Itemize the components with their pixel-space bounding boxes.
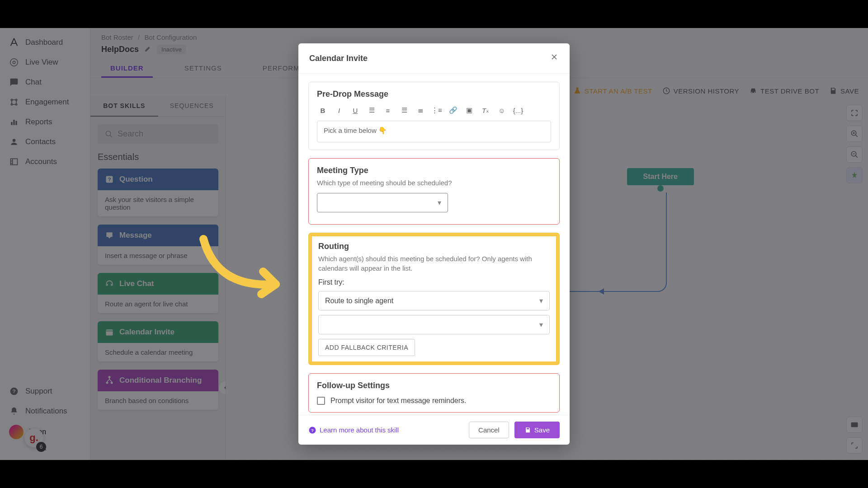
learn-more-link[interactable]: ? Learn more about this skill [308,426,399,434]
modal-calendar-invite: Calendar Invite Pre-Drop Message B I U ☰… [298,43,570,445]
card-followup: Follow-up Settings Prompt visitor for te… [308,373,560,413]
image-icon[interactable]: ▣ [463,104,475,116]
modal-close-button[interactable] [550,52,559,64]
cancel-button[interactable]: Cancel [469,422,509,438]
chevron-down-icon: ▾ [438,198,441,207]
card-title: Follow-up Settings [317,381,551,390]
clear-format-icon[interactable]: Tₓ [480,104,491,116]
meeting-type-select[interactable]: ▾ [317,193,448,212]
variable-icon[interactable]: {...} [512,104,524,116]
richtext-toolbar: B I U ☰ ≡ ☰ ≣ ⋮≡ 🔗 ▣ Tₓ ☺ {...} [317,102,551,121]
bold-icon[interactable]: B [317,104,329,116]
card-routing: Routing Which agent(s) should this meeti… [308,233,560,365]
card-sub: Which type of meeting should be schedule… [317,178,551,188]
card-title: Pre-Drop Message [317,89,551,99]
card-title: Routing [318,242,550,251]
italic-icon[interactable]: I [333,104,345,116]
route-method-select[interactable]: Route to single agent ▾ [318,291,550,310]
svg-text:?: ? [311,427,314,432]
card-predrop: Pre-Drop Message B I U ☰ ≡ ☰ ≣ ⋮≡ 🔗 ▣ Tₓ… [308,82,560,150]
predrop-textarea[interactable]: Pick a time below 👇 [317,121,551,142]
align-left-icon[interactable]: ☰ [366,104,377,116]
card-meeting-type: Meeting Type Which type of meeting shoul… [308,158,560,225]
list-ordered-icon[interactable]: ≣ [415,104,426,116]
followup-checkbox[interactable] [317,397,325,405]
link-icon[interactable]: 🔗 [447,104,459,116]
save-icon [524,427,531,433]
chevron-down-icon: ▾ [539,320,543,329]
help-icon: ? [308,426,316,434]
align-right-icon[interactable]: ☰ [398,104,410,116]
list-unordered-icon[interactable]: ⋮≡ [431,104,443,116]
save-button[interactable]: Save [514,422,560,438]
add-fallback-button[interactable]: ADD FALLBACK CRITERIA [318,339,415,356]
first-try-label: First try: [318,278,550,286]
followup-checkbox-label: Prompt visitor for text message reminder… [330,397,467,405]
align-center-icon[interactable]: ≡ [382,104,394,116]
underline-icon[interactable]: U [349,104,361,116]
emoji-icon[interactable]: ☺ [496,104,508,116]
card-sub: Which agent(s) should this meeting be sc… [318,254,550,273]
modal-title: Calendar Invite [309,54,368,63]
card-title: Meeting Type [317,166,551,175]
chevron-down-icon: ▾ [539,296,543,305]
route-agent-select[interactable]: ▾ [318,315,550,334]
